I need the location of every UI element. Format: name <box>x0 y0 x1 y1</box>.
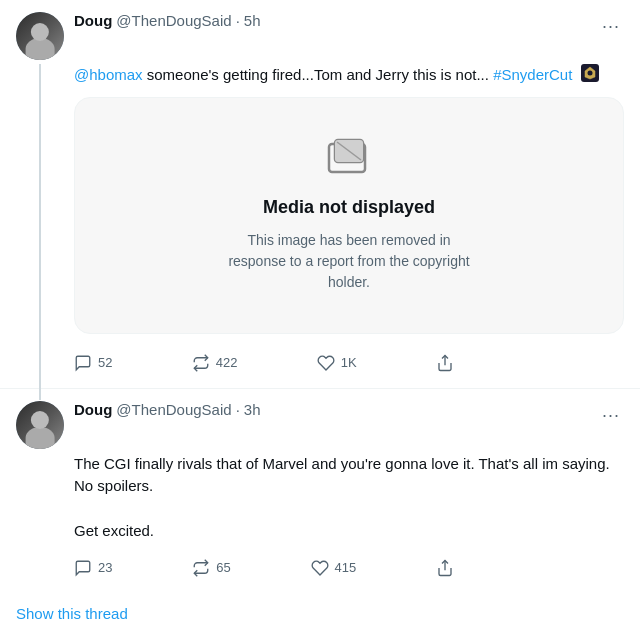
avatar-2[interactable] <box>16 401 64 449</box>
timestamp-2: 3h <box>244 401 261 418</box>
username-2[interactable]: @ThenDougSaid <box>116 401 231 418</box>
like-btn-1[interactable]: 1K <box>317 354 357 372</box>
media-icon <box>327 138 371 185</box>
timestamp-1: 5h <box>244 12 261 29</box>
share-icon-2 <box>436 559 454 577</box>
tweet-2-body: The CGI finally rivals that of Marvel an… <box>74 453 624 593</box>
like-icon-1 <box>317 354 335 372</box>
username-1[interactable]: @ThenDougSaid <box>116 12 231 29</box>
media-not-displayed-card: Media not displayed This image has been … <box>74 97 624 334</box>
tweet-2-text: The CGI finally rivals that of Marvel an… <box>74 453 624 543</box>
like-count-2: 415 <box>335 560 357 575</box>
share-btn-1[interactable] <box>436 354 454 372</box>
avatar-1[interactable] <box>16 12 64 60</box>
reply-count-1: 52 <box>98 355 112 370</box>
tweet-1-text-body: someone's getting fired...Tom and Jerry … <box>147 66 489 83</box>
tweet-1-header-left: Doug @ThenDougSaid · 5h <box>16 12 261 60</box>
tweet-1-actions: 52 422 <box>74 346 454 384</box>
badge-icon-1 <box>581 64 599 89</box>
display-name-2: Doug <box>74 401 112 418</box>
user-name-row-1: Doug @ThenDougSaid · 5h <box>74 12 261 29</box>
more-options-btn-1[interactable]: ··· <box>598 12 624 41</box>
tweet-2: Doug @ThenDougSaid · 3h ··· The CGI fina… <box>0 389 640 593</box>
user-name-row-2: Doug @ThenDougSaid · 3h <box>74 401 261 418</box>
media-not-displayed-title: Media not displayed <box>263 197 435 218</box>
like-count-1: 1K <box>341 355 357 370</box>
retweet-count-2: 65 <box>216 560 230 575</box>
tweet-2-header: Doug @ThenDougSaid · 3h ··· <box>16 401 624 449</box>
like-btn-2[interactable]: 415 <box>311 559 357 577</box>
media-not-displayed-desc: This image has been removed in response … <box>219 230 479 293</box>
user-info-1: Doug @ThenDougSaid · 5h <box>74 12 261 29</box>
reply-count-2: 23 <box>98 560 112 575</box>
retweet-icon-1 <box>192 354 210 372</box>
tweet-1-text: @hbomax someone's getting fired...Tom an… <box>74 64 624 89</box>
show-thread-link[interactable]: Show this thread <box>0 593 640 638</box>
tweet-2-header-left: Doug @ThenDougSaid · 3h <box>16 401 261 449</box>
reply-icon-2 <box>74 559 92 577</box>
retweet-btn-2[interactable]: 65 <box>192 559 230 577</box>
thread-connector-line <box>39 64 41 400</box>
reply-btn-2[interactable]: 23 <box>74 559 112 577</box>
retweet-btn-1[interactable]: 422 <box>192 354 238 372</box>
user-info-2: Doug @ThenDougSaid · 3h <box>74 401 261 418</box>
tweet-feed: Doug @ThenDougSaid · 5h ··· @hbomax some… <box>0 0 640 638</box>
share-icon-1 <box>436 354 454 372</box>
tweet-1-body: @hbomax someone's getting fired...Tom an… <box>74 64 624 388</box>
more-options-btn-2[interactable]: ··· <box>598 401 624 430</box>
like-icon-2 <box>311 559 329 577</box>
hashtag-snydercut[interactable]: #SnyderCut <box>493 66 572 83</box>
tweet-2-actions: 23 65 <box>74 551 454 589</box>
svg-point-2 <box>587 71 592 76</box>
retweet-count-1: 422 <box>216 355 238 370</box>
display-name-1: Doug <box>74 12 112 29</box>
share-btn-2[interactable] <box>436 559 454 577</box>
retweet-icon-2 <box>192 559 210 577</box>
tweet-1: Doug @ThenDougSaid · 5h ··· @hbomax some… <box>0 0 640 389</box>
mention-hbomax[interactable]: @hbomax <box>74 66 143 83</box>
reply-btn-1[interactable]: 52 <box>74 354 112 372</box>
reply-icon-1 <box>74 354 92 372</box>
tweet-1-header: Doug @ThenDougSaid · 5h ··· <box>16 12 624 60</box>
